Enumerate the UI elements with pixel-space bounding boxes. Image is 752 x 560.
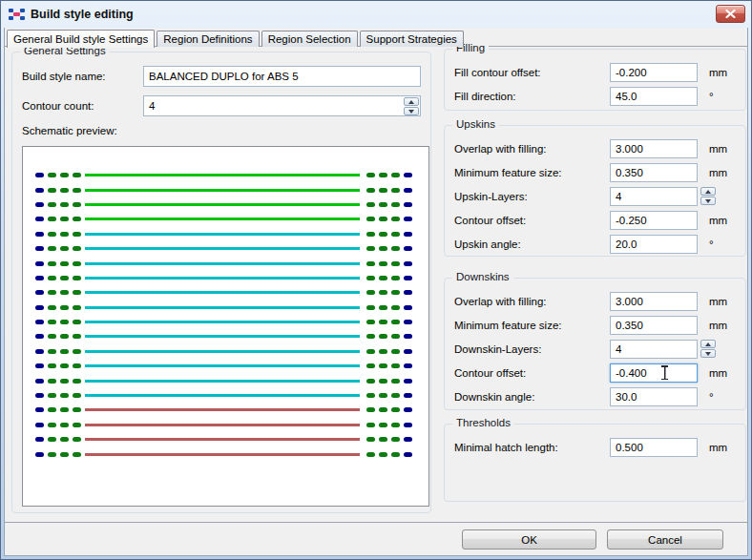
tab-general-build-style-settings[interactable]: General Build style Settings — [7, 30, 155, 48]
contour-dash — [366, 290, 375, 295]
downskin-min-feature-input[interactable] — [610, 316, 698, 335]
schematic-preview-label: Schematic preview: — [22, 125, 430, 139]
upskin-angle-input[interactable] — [610, 235, 698, 254]
cancel-button[interactable]: Cancel — [607, 529, 723, 550]
contour-dash — [60, 202, 69, 207]
contour-dash — [60, 407, 69, 412]
contour-dash — [48, 217, 56, 221]
unit-label: mm — [709, 67, 727, 78]
spin-down-button[interactable] — [404, 107, 419, 115]
contour-dash — [366, 407, 375, 412]
minimal-hatch-length-input[interactable] — [610, 438, 698, 457]
contour-dash — [35, 217, 44, 221]
preview-row — [23, 241, 428, 256]
spin-down-button[interactable] — [700, 197, 716, 205]
preview-row — [23, 168, 428, 182]
downskin-angle-label: Downskin angle: — [454, 391, 610, 403]
contour-dash — [391, 363, 400, 368]
contour-dash — [35, 276, 44, 280]
downskin-angle-input[interactable] — [610, 387, 698, 406]
contour-dash — [73, 334, 81, 339]
hatch-line — [85, 364, 360, 367]
contour-dash — [48, 393, 56, 398]
ok-button[interactable]: OK — [462, 529, 596, 550]
contour-dash — [35, 246, 44, 251]
downskin-overlap-input[interactable] — [610, 292, 698, 311]
contour-dash — [391, 437, 400, 442]
unit-label: ° — [709, 239, 714, 250]
title-bar: Build style editing — [1, 1, 751, 28]
unit-label: mm — [709, 442, 727, 453]
preview-row — [23, 271, 428, 285]
preview-row — [23, 197, 428, 212]
contour-dash — [379, 452, 387, 457]
spin-down-button[interactable] — [700, 349, 716, 358]
contour-dash — [35, 290, 44, 295]
tab-region-definitions[interactable]: Region Definitions — [157, 31, 259, 47]
upskin-contour-offset-label: Contour offset: — [454, 215, 610, 226]
preview-row — [23, 403, 428, 417]
fill-contour-offset-input[interactable] — [610, 63, 698, 82]
contour-dash — [379, 232, 387, 237]
contour-dash — [404, 334, 412, 339]
contour-dash — [366, 232, 375, 237]
downskin-min-feature-label: Minimum feature size: — [454, 320, 610, 331]
minimal-hatch-length-label: Minimal hatch length: — [454, 442, 610, 453]
build-style-name-input[interactable] — [143, 66, 421, 87]
downskin-contour-offset-input[interactable] — [610, 363, 698, 383]
hatch-line — [85, 247, 360, 250]
contour-dash — [366, 379, 375, 384]
spin-up-button[interactable] — [700, 340, 716, 348]
contour-dash — [48, 407, 56, 412]
chevron-down-icon — [705, 352, 711, 356]
contour-dash — [60, 305, 69, 310]
contour-dash — [35, 202, 44, 207]
spin-up-button[interactable] — [700, 187, 716, 196]
upskin-min-feature-input[interactable] — [610, 163, 698, 182]
spin-up-button[interactable] — [404, 97, 419, 106]
contour-dash — [391, 217, 400, 221]
contour-dash — [366, 349, 375, 354]
upskin-contour-offset-input[interactable] — [610, 211, 698, 230]
contour-dash — [404, 202, 412, 207]
contour-dash — [48, 423, 56, 427]
unit-label: mm — [709, 143, 727, 155]
contour-dash — [379, 349, 387, 354]
upskin-overlap-input[interactable] — [610, 139, 698, 158]
close-icon — [725, 10, 736, 18]
contour-dash — [60, 276, 69, 280]
contour-dash — [35, 188, 44, 193]
tab-support-strategies[interactable]: Support Strategies — [360, 31, 464, 47]
chevron-down-icon — [408, 110, 414, 114]
downskin-overlap-label: Overlap with filling: — [454, 296, 610, 307]
contour-dash — [366, 202, 375, 207]
hatch-line — [85, 218, 360, 220]
contour-dash — [404, 173, 412, 177]
downskin-layers-input[interactable] — [610, 340, 698, 359]
contour-dash — [73, 363, 81, 368]
contour-dash — [379, 290, 387, 295]
contour-dash — [35, 305, 44, 310]
preview-row — [23, 432, 428, 446]
upskins-group: Upskins Overlap with filling: mm Minimum… — [444, 125, 746, 257]
contour-dash — [404, 349, 412, 354]
contour-dash — [404, 246, 412, 251]
dialog-footer: OK Cancel — [5, 524, 747, 555]
contour-dash — [379, 261, 387, 266]
general-settings-group: General Settings Build style name: Conto… — [11, 52, 431, 513]
contour-dash — [73, 423, 81, 427]
contour-dash — [48, 320, 56, 324]
close-button[interactable] — [716, 5, 745, 23]
contour-dash — [73, 320, 81, 324]
contour-dash — [391, 423, 400, 427]
contour-dash — [366, 363, 375, 368]
fill-direction-input[interactable] — [610, 87, 698, 106]
upskin-layers-input[interactable] — [610, 187, 698, 206]
contour-dash — [379, 423, 387, 427]
contour-dash — [404, 379, 412, 384]
contour-count-input[interactable] — [143, 95, 421, 116]
contour-dash — [404, 305, 412, 310]
contour-dash — [366, 173, 375, 177]
tab-region-selection[interactable]: Region Selection — [261, 31, 358, 47]
contour-dash — [35, 334, 44, 339]
